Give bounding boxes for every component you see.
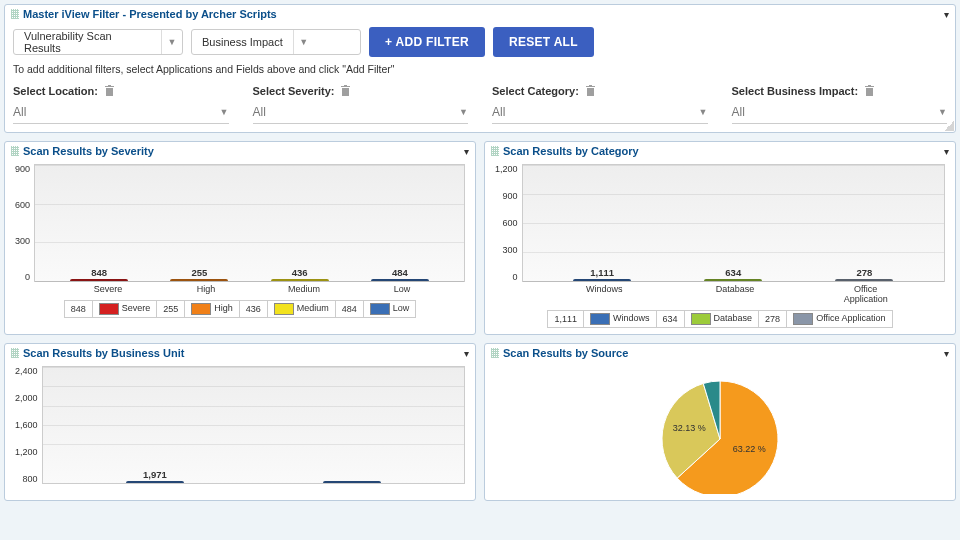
filter-label: Select Business Impact:	[732, 85, 948, 97]
chevron-down-icon: ▼	[161, 30, 182, 54]
trash-icon[interactable]	[104, 85, 115, 97]
filter-cell: Select Category:All▼	[492, 85, 708, 124]
add-filter-button[interactable]: + ADD FILTER	[369, 27, 485, 57]
filter-dropdown[interactable]: All▼	[13, 101, 229, 124]
bar[interactable]: 1,971	[125, 481, 185, 483]
grip-icon	[491, 146, 499, 156]
filter-cell: Select Location:All▼	[13, 85, 229, 124]
reset-all-button[interactable]: RESET ALL	[493, 27, 594, 57]
svg-text:32.13 %: 32.13 %	[673, 423, 706, 433]
application-combo[interactable]: Vulnerability Scan Results ▼	[13, 29, 183, 55]
severity-panel: Scan Results by Severity ▾ 9006003000848…	[4, 141, 476, 335]
pie-chart: 63.22 %32.13 %	[500, 374, 940, 494]
panel-menu-icon[interactable]: ▾	[464, 348, 469, 359]
bar[interactable]: 278	[834, 279, 894, 281]
panel-menu-icon[interactable]: ▾	[944, 348, 949, 359]
filter-dropdown[interactable]: All▼	[732, 101, 948, 124]
bar[interactable]: 484	[370, 279, 430, 281]
bar[interactable]: 436	[270, 279, 330, 281]
resize-handle-icon[interactable]	[944, 121, 954, 131]
bar[interactable]: 848	[69, 279, 129, 281]
legend: 848Severe255High436Medium484Low	[15, 300, 465, 318]
master-filter-panel: Master iView Filter - Presented by Arche…	[4, 4, 956, 133]
source-panel: Scan Results by Source ▾ 63.22 %32.13 %	[484, 343, 956, 501]
filter-dropdown[interactable]: All▼	[492, 101, 708, 124]
filter-hint-text: To add additional filters, select Applic…	[13, 63, 947, 75]
panel-menu-icon[interactable]: ▾	[944, 146, 949, 157]
category-title: Scan Results by Category	[503, 145, 639, 157]
trash-icon[interactable]	[585, 85, 596, 97]
chevron-down-icon: ▼	[459, 107, 468, 117]
filter-panel-title: Master iView Filter - Presented by Arche…	[23, 8, 277, 20]
bar[interactable]: 255	[169, 279, 229, 281]
grip-icon	[11, 348, 19, 358]
filter-label: Select Category:	[492, 85, 708, 97]
source-title: Scan Results by Source	[503, 347, 628, 359]
svg-text:63.22 %: 63.22 %	[733, 444, 766, 454]
grip-icon	[11, 146, 19, 156]
field-combo[interactable]: Business Impact ▼	[191, 29, 361, 55]
trash-icon[interactable]	[864, 85, 875, 97]
chevron-down-icon: ▼	[293, 30, 314, 54]
panel-menu-icon[interactable]: ▾	[464, 146, 469, 157]
legend: 1,111Windows634Database278Office Applica…	[495, 310, 945, 328]
bar[interactable]: 634	[703, 279, 763, 281]
chevron-down-icon: ▼	[699, 107, 708, 117]
filter-dropdown[interactable]: All▼	[253, 101, 469, 124]
chevron-down-icon: ▼	[220, 107, 229, 117]
filter-label: Select Location:	[13, 85, 229, 97]
bar[interactable]: 1,111	[572, 279, 632, 281]
trash-icon[interactable]	[340, 85, 351, 97]
filter-cell: Select Business Impact:All▼	[732, 85, 948, 124]
grip-icon	[11, 9, 19, 19]
bar[interactable]	[322, 481, 382, 483]
bu-panel: Scan Results by Business Unit ▾ 2,4002,0…	[4, 343, 476, 501]
grip-icon	[491, 348, 499, 358]
category-panel: Scan Results by Category ▾ 1,20090060030…	[484, 141, 956, 335]
filter-cell: Select Severity:All▼	[253, 85, 469, 124]
filter-label: Select Severity:	[253, 85, 469, 97]
panel-menu-icon[interactable]: ▾	[944, 9, 949, 20]
chevron-down-icon: ▼	[938, 107, 947, 117]
bu-title: Scan Results by Business Unit	[23, 347, 184, 359]
severity-title: Scan Results by Severity	[23, 145, 154, 157]
